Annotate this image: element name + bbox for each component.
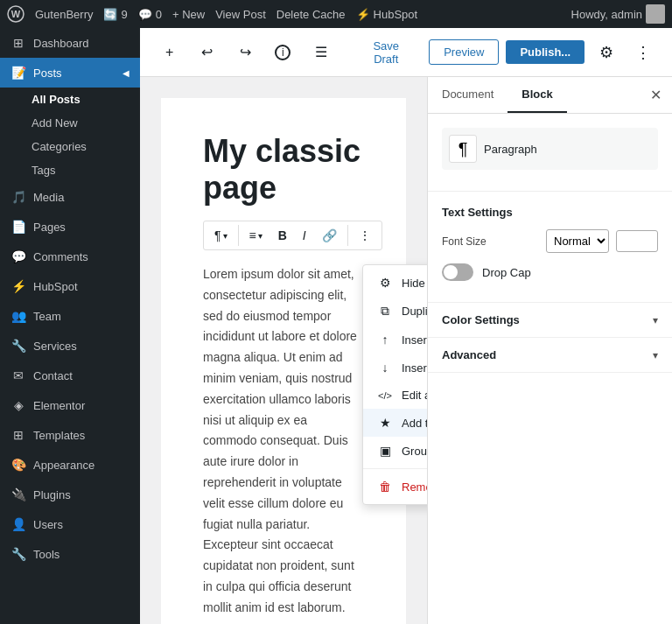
color-settings-chevron: ▾ [653, 314, 658, 326]
sidebar-item-media[interactable]: 🎵 Media [0, 182, 140, 212]
hubspot-menu[interactable]: ⚡ HubSpot [356, 8, 418, 21]
link-button[interactable]: 🔗 [315, 225, 344, 246]
paragraph-type-button[interactable]: ¶ ▾ [207, 225, 234, 246]
sidebar-item-services[interactable]: 🔧 Services [0, 331, 140, 361]
sidebar-item-dashboard[interactable]: ⊞ Dashboard [0, 28, 140, 58]
info-button[interactable]: i [268, 37, 298, 68]
content-editor[interactable]: My classic page ¶ ▾ ≡ ▾ [140, 77, 427, 624]
plugins-icon: 🔌 [10, 487, 26, 502]
hubspot-sidebar-icon: ⚡ [10, 278, 26, 294]
elementor-icon: ◈ [10, 397, 26, 413]
site-name[interactable]: GutenBerry [35, 8, 93, 21]
redo-icon: ↪ [240, 44, 251, 60]
context-group[interactable]: ▣ Group [363, 437, 427, 465]
editor-toolbar: + ↩ ↪ i ☰ Save Draft Preview [140, 28, 672, 77]
sidebar-subitem-categories[interactable]: Categories [0, 135, 140, 158]
block-container: ¶ ▾ ≡ ▾ B I [161, 221, 406, 624]
page-title[interactable]: My classic page [203, 133, 364, 207]
font-size-select[interactable]: Normal [546, 229, 609, 253]
sidebar-item-hubspot[interactable]: ⚡ HubSpot [0, 271, 140, 301]
bold-icon: B [278, 228, 287, 242]
sidebar-item-posts[interactable]: 📝 Posts ◀ [0, 58, 140, 88]
font-size-input[interactable] [616, 230, 658, 252]
insert-after-icon: ↓ [377, 361, 393, 375]
undo-button[interactable]: ↩ [192, 37, 222, 68]
color-settings-section[interactable]: Color Settings ▾ [428, 303, 672, 338]
bold-button[interactable]: B [271, 225, 294, 246]
svg-text:W: W [11, 9, 21, 19]
info-icon: i [275, 45, 290, 60]
sidebar-subitem-tags[interactable]: Tags [0, 158, 140, 182]
add-block-button[interactable]: + [154, 37, 185, 68]
context-duplicate[interactable]: ⧉ Duplicate Ctrl+Shift+D [363, 297, 427, 326]
sidebar-item-appearance[interactable]: 🎨 Appearance [0, 450, 140, 480]
align-dropdown-arrow: ▾ [258, 231, 262, 241]
comments-count[interactable]: 💬 0 [138, 8, 162, 21]
comment-icon: 💬 [138, 8, 152, 21]
media-icon: 🎵 [10, 189, 26, 205]
tab-block[interactable]: Block [508, 77, 566, 113]
editor-area: + ↩ ↪ i ☰ Save Draft Preview [140, 28, 672, 624]
updates-count[interactable]: 🔄 9 [103, 8, 127, 21]
sidebar-item-templates[interactable]: ⊞ Templates [0, 420, 140, 450]
more-options-button[interactable]: ⋮ [628, 37, 658, 68]
advanced-section[interactable]: Advanced ▾ [428, 338, 672, 373]
block-type-icon: ¶ [449, 135, 477, 163]
advanced-header: Advanced ▾ [442, 348, 658, 361]
trash-icon: 🗑 [377, 480, 393, 494]
context-hide-settings[interactable]: ⚙ Hide Block Settings Ctrl+Shift+, [363, 269, 427, 297]
context-insert-before[interactable]: ↑ Insert Before Ctrl+Alt+T [363, 326, 427, 354]
sidebar-item-tools[interactable]: 🔧 Tools [0, 539, 140, 569]
tab-document[interactable]: Document [428, 77, 508, 113]
sidebar: ⊞ Dashboard 📝 Posts ◀ All Posts Add New … [0, 28, 140, 624]
page-title-area: My classic page [161, 98, 406, 221]
preview-button[interactable]: Preview [429, 39, 499, 65]
reusable-icon: ★ [377, 416, 393, 430]
text-settings-section: Text Settings Font Size Normal Drop Cap [428, 192, 672, 303]
toolbar-separator-1 [238, 225, 239, 246]
settings-button[interactable]: ⚙ [592, 37, 621, 68]
paragraph-block[interactable]: Lorem ipsum dolor sit amet, consectetur … [203, 257, 364, 624]
undo-icon: ↩ [201, 44, 213, 60]
context-remove-block[interactable]: 🗑 Remove Block Shift+Alt+Z [363, 473, 427, 501]
insert-before-icon: ↑ [377, 333, 393, 347]
list-view-button[interactable]: ☰ [305, 37, 336, 68]
align-button[interactable]: ≡ ▾ [242, 225, 270, 246]
delete-cache-button[interactable]: Delete Cache [276, 8, 346, 21]
font-size-row: Font Size Normal [442, 229, 658, 253]
howdy-user[interactable]: Howdy, admin [571, 4, 665, 24]
new-post-button[interactable]: + New [172, 8, 205, 21]
block-toolbar: ¶ ▾ ≡ ▾ B I [203, 221, 382, 250]
sidebar-item-contact[interactable]: ✉ Contact [0, 361, 140, 390]
sidebar-subitem-add-new[interactable]: Add New [0, 111, 140, 135]
view-post-link[interactable]: View Post [215, 8, 266, 21]
sidebar-item-team[interactable]: 👥 Team [0, 301, 140, 331]
panel-close-button[interactable]: ✕ [640, 80, 672, 110]
pages-icon: 📄 [10, 219, 26, 235]
redo-button[interactable]: ↪ [230, 37, 261, 68]
sidebar-item-comments[interactable]: 💬 Comments [0, 242, 140, 271]
more-block-options-button[interactable]: ⋮ [352, 225, 378, 246]
context-insert-after[interactable]: ↓ Insert After Ctrl+Alt+Y [363, 354, 427, 382]
context-menu-separator [363, 468, 427, 469]
drop-cap-row: Drop Cap [442, 263, 658, 281]
sidebar-item-plugins[interactable]: 🔌 Plugins [0, 480, 140, 509]
drop-cap-toggle[interactable] [442, 263, 473, 281]
toolbar-right: Save Draft Preview Publish... ⚙ ⋮ [350, 34, 658, 71]
sidebar-item-users[interactable]: 👤 Users [0, 509, 140, 539]
team-icon: 👥 [10, 308, 26, 324]
save-draft-button[interactable]: Save Draft [350, 34, 422, 71]
posts-icon: 📝 [10, 65, 26, 81]
editor-body: My classic page ¶ ▾ ≡ ▾ [140, 77, 672, 624]
sidebar-item-pages[interactable]: 📄 Pages [0, 212, 140, 242]
context-add-reusable[interactable]: ★ Add to Reusable Blocks [363, 409, 427, 437]
context-edit-html[interactable]: </> Edit as HTML [363, 382, 427, 409]
wp-logo[interactable]: W [7, 5, 24, 23]
dashboard-icon: ⊞ [10, 35, 26, 51]
italic-icon: I [303, 228, 306, 242]
sidebar-item-elementor[interactable]: ◈ Elementor [0, 390, 140, 420]
right-panel: Document Block ✕ ¶ Paragraph [427, 77, 672, 624]
publish-button[interactable]: Publish... [506, 40, 584, 64]
sidebar-subitem-all-posts[interactable]: All Posts [0, 88, 140, 111]
italic-button[interactable]: I [296, 225, 313, 246]
